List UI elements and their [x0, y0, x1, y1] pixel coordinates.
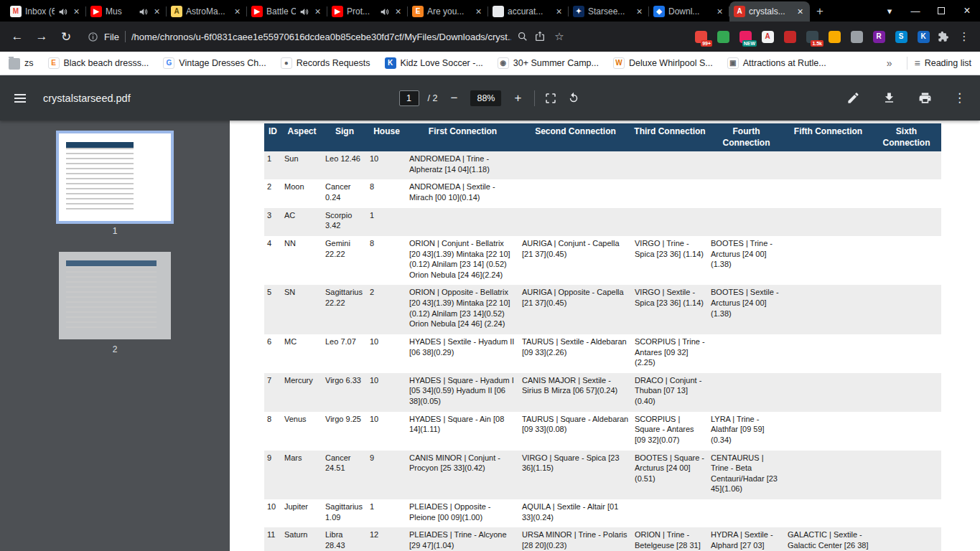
cell-r1-c2: Sun: [281, 151, 322, 179]
tab-close-icon[interactable]: ×: [795, 6, 806, 17]
ext-s-icon[interactable]: S: [893, 29, 909, 44]
tab-audio-icon[interactable]: [299, 7, 309, 17]
cell-r3-c2: AC: [281, 208, 322, 236]
tab-2[interactable]: ▶Mus×: [86, 1, 167, 22]
tab-close-icon[interactable]: ×: [393, 6, 403, 17]
fit-page-icon[interactable]: [543, 91, 558, 105]
bookmark-4[interactable]: ●Records Requests: [281, 57, 370, 69]
bookmark-7[interactable]: WDeluxe Whirlpool S...: [613, 57, 713, 69]
tab-audio-icon[interactable]: [58, 7, 67, 17]
search-icon[interactable]: [517, 31, 528, 42]
rotate-icon[interactable]: [566, 91, 581, 105]
ext-red-icon[interactable]: 99+: [693, 29, 709, 44]
zoom-out-button[interactable]: −: [446, 91, 462, 105]
bookmark-5[interactable]: KKidz Love Soccer -...: [385, 57, 483, 69]
cell-r11-c8: HYDRA | Sextile - Alphard [27 03] (1.40): [708, 527, 785, 551]
zoom-level[interactable]: 88%: [470, 90, 501, 106]
ext-acrobat-icon[interactable]: A: [760, 29, 775, 44]
cell-r10-c4: 1: [367, 499, 406, 527]
download-icon[interactable]: [882, 91, 896, 105]
ext-k-icon[interactable]: K: [915, 29, 931, 44]
bookmark-3[interactable]: GVintage Dresses Ch...: [163, 57, 266, 69]
youtube-icon: ▶: [251, 6, 263, 17]
tab-audio-icon[interactable]: [380, 7, 389, 17]
cell-r9-c5: CANIS MINOR | Conjunt - Procyon [25 33](…: [406, 451, 519, 500]
cell-r7-c7: DRACO | Conjunt - Thuban [07 13] (0.40): [632, 373, 708, 412]
forward-icon[interactable]: →: [32, 27, 52, 47]
close-window-button[interactable]: ×: [954, 0, 980, 22]
table-row-1: 1SunLeo 12.4610ANDROMEDA | Trine - Alphe…: [264, 151, 941, 179]
page-thumbnail-2[interactable]: [59, 252, 171, 339]
cell-r10-c7: [632, 499, 708, 527]
tab-close-icon[interactable]: ×: [312, 6, 323, 17]
swirl-icon: W: [613, 57, 625, 69]
cell-r2-c1: 2: [264, 179, 281, 207]
ext-yellow-icon[interactable]: [826, 29, 842, 44]
bookmark-label: Attractions at Rutle...: [743, 58, 826, 68]
cell-r7-c10: [872, 373, 941, 412]
ext-grid-icon[interactable]: [849, 29, 864, 44]
cell-r8-c7: SCORPIUS | Square - Antares [09 32](0.07…: [632, 412, 708, 451]
sidebar-menu-icon[interactable]: [14, 92, 27, 105]
page-number-input[interactable]: 1: [399, 90, 419, 106]
minimize-button[interactable]: —: [902, 0, 928, 22]
bookmark-1[interactable]: zs: [9, 57, 34, 70]
table-header-row: IDAspectSignHouseFirst ConnectionSecond …: [264, 123, 941, 151]
address-bar[interactable]: File /home/chronos/u-6f0831caee1e5597061…: [80, 26, 574, 47]
cell-r7-c6: CANIS MAJOR | Sextile - Sirius B Mirza […: [519, 373, 632, 412]
tab-3[interactable]: AAstroMa...×: [167, 1, 247, 22]
ext-pink-icon[interactable]: NEW: [737, 29, 753, 44]
browser-menu-icon[interactable]: ⋮: [956, 30, 973, 43]
tab-close-icon[interactable]: ×: [714, 6, 725, 17]
bookmarks-overflow-icon[interactable]: »: [879, 57, 900, 69]
cell-r3-c5: [406, 208, 519, 236]
tab-6[interactable]: EAre you...×: [408, 1, 488, 22]
share-icon[interactable]: [534, 31, 546, 42]
bookmark-2[interactable]: EBlack beach dresss...: [48, 57, 149, 69]
bookmark-items: zsEBlack beach dresss...GVintage Dresses…: [9, 57, 879, 70]
cell-r10-c2: Jupiter: [281, 499, 322, 527]
ext-red-circle-icon[interactable]: [782, 29, 798, 44]
tab-close-icon[interactable]: ×: [554, 6, 564, 17]
tab-1[interactable]: MInbox (6×: [6, 1, 86, 22]
ext-r-icon[interactable]: R: [871, 29, 887, 44]
bookmark-8[interactable]: ▣Attractions at Rutle...: [727, 57, 826, 69]
tab-close-icon[interactable]: ×: [151, 6, 162, 17]
cell-r6-c9: [785, 334, 872, 373]
pdf-title: crystalstarseed.pdf: [43, 93, 131, 104]
ext-dark-icon[interactable]: 1.5k: [804, 29, 820, 44]
print-icon[interactable]: [918, 91, 932, 105]
tab-close-icon[interactable]: ×: [634, 6, 645, 17]
cell-r1-c3: Leo 12.46: [322, 151, 367, 179]
tab-10[interactable]: Acrystals...×: [729, 1, 810, 22]
reading-list-button[interactable]: ≡ Reading list: [915, 57, 972, 69]
tab-audio-icon[interactable]: [139, 7, 148, 17]
bookmark-6[interactable]: ◉30+ Summer Camp...: [498, 57, 599, 69]
pdf-more-options-icon[interactable]: ⋮: [953, 90, 966, 105]
tab-4[interactable]: ▶Battle C...×: [247, 1, 327, 22]
page-thumbnail-1[interactable]: [59, 133, 171, 221]
tab-7[interactable]: accurat...×: [488, 1, 569, 22]
annotate-pencil-icon[interactable]: [846, 91, 860, 105]
bookmark-star-icon[interactable]: ☆: [551, 30, 567, 43]
cell-r7-c8: [708, 373, 785, 412]
tab-9[interactable]: ◆Downl...×: [649, 1, 729, 22]
info-icon[interactable]: [88, 32, 98, 42]
tab-search-chevron-icon[interactable]: ▾: [877, 0, 902, 22]
back-icon[interactable]: ←: [7, 27, 27, 47]
zoom-in-button[interactable]: +: [510, 91, 526, 105]
refresh-icon[interactable]: ↻: [56, 27, 76, 47]
tab-close-icon[interactable]: ×: [71, 6, 82, 17]
tab-close-icon[interactable]: ×: [473, 6, 484, 17]
file-scheme-label: File: [104, 32, 119, 42]
new-tab-button[interactable]: +: [810, 1, 830, 22]
ext-green-icon[interactable]: [715, 29, 731, 44]
extensions-puzzle-icon[interactable]: [935, 31, 951, 42]
tab-close-icon[interactable]: ×: [232, 6, 243, 17]
tab-5[interactable]: ▶Prot...×: [327, 1, 408, 22]
cell-r3-c6: [519, 208, 632, 236]
browser-window: MInbox (6×▶Mus×AAstroMa...×▶Battle C...×…: [0, 0, 980, 551]
tab-8[interactable]: ✦Starsee...×: [569, 1, 649, 22]
maximize-button[interactable]: [928, 0, 954, 22]
table-row-9: 9MarsCancer 24.519CANIS MINOR | Conjunt …: [264, 451, 941, 500]
